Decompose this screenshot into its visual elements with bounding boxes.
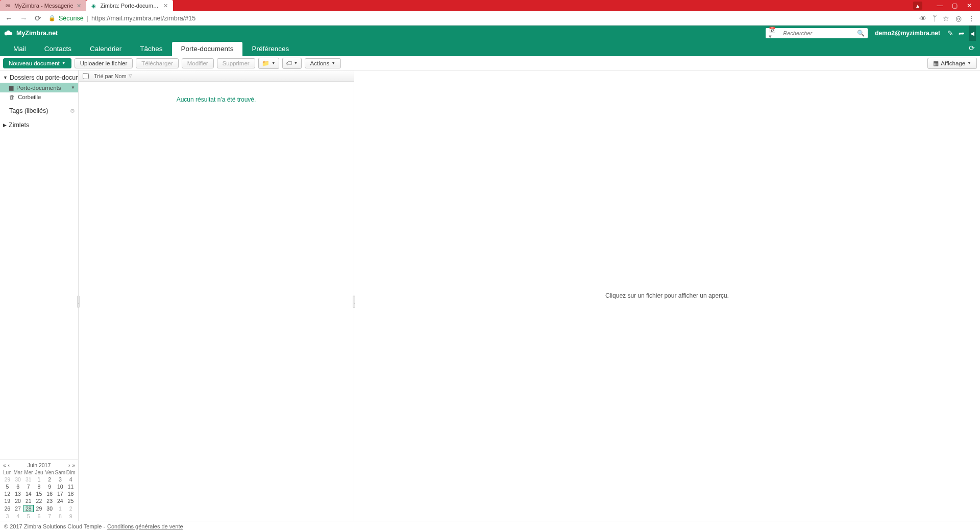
tab-briefcase[interactable]: Porte-documents	[172, 42, 243, 56]
new-document-button[interactable]: Nouveau document▼	[3, 58, 71, 68]
gear-icon[interactable]: ⚙	[70, 108, 75, 114]
cal-day[interactable]: 7	[23, 483, 34, 490]
splitter-handle[interactable]: ⋮	[77, 296, 80, 308]
cal-day[interactable]: 11	[65, 483, 76, 490]
tab-contacts[interactable]: Contacts	[35, 42, 81, 56]
logout-icon[interactable]: ➦	[959, 29, 965, 37]
cal-day[interactable]: 6	[13, 483, 23, 490]
brand-logo[interactable]: MyZimbra.net	[4, 29, 58, 38]
window-minimize-icon[interactable]: —	[937, 2, 943, 9]
zimlets-heading[interactable]: ▶ Zimlets	[0, 120, 78, 130]
tab-mail[interactable]: Mail	[4, 42, 35, 56]
actions-button[interactable]: Actions ▼	[305, 58, 341, 68]
cal-day[interactable]: 16	[44, 490, 55, 497]
tag-button[interactable]: 🏷▼	[282, 58, 302, 69]
nav-forward-icon[interactable]: →	[20, 14, 28, 22]
cal-day[interactable]: 9	[44, 483, 55, 490]
cal-day[interactable]: 6	[34, 513, 44, 520]
folder-trash[interactable]: 🗑 Corbeille	[0, 92, 78, 102]
eye-icon[interactable]: 👁	[919, 14, 926, 22]
cal-day[interactable]: 17	[55, 490, 66, 497]
cal-day[interactable]: 29	[34, 504, 44, 513]
url-field[interactable]: 🔒 Sécurisé | https://mail.myzimbra.net/z…	[48, 15, 912, 22]
tab-close-icon[interactable]: ✕	[77, 3, 81, 9]
window-close-icon[interactable]: ✕	[967, 2, 972, 9]
cal-day[interactable]: 1	[34, 476, 44, 483]
cal-day[interactable]: 28	[23, 504, 34, 513]
cal-day[interactable]: 15	[34, 490, 44, 497]
cal-day[interactable]: 3	[2, 513, 13, 520]
browser-tab[interactable]: ✉ MyZimbra - Messagerie ✕	[0, 0, 86, 11]
edit-button[interactable]: Modifier	[182, 58, 214, 68]
cal-day[interactable]: 4	[65, 476, 76, 483]
cal-day[interactable]: 25	[65, 497, 76, 504]
cal-day[interactable]: 4	[13, 513, 23, 520]
compose-icon[interactable]: ✎	[947, 29, 953, 37]
cal-day[interactable]: 10	[55, 483, 66, 490]
upload-button[interactable]: Uploader le fichier	[75, 58, 133, 68]
move-button[interactable]: 📁▼	[258, 58, 279, 69]
download-button[interactable]: Télécharger	[136, 58, 178, 68]
cal-title[interactable]: Juin 2017	[28, 462, 51, 468]
cal-day[interactable]: 30	[44, 504, 55, 513]
cal-day[interactable]: 21	[23, 497, 34, 504]
cal-day[interactable]: 12	[2, 490, 13, 497]
cal-day[interactable]: 9	[65, 513, 76, 520]
folders-heading[interactable]: ▼ Dossiers du porte-docum	[0, 73, 78, 83]
cal-prev-month-icon[interactable]: ‹	[8, 463, 10, 468]
cal-next-month-icon[interactable]: ›	[68, 463, 70, 468]
menu-icon[interactable]: ⋮	[968, 14, 975, 22]
search-icon[interactable]: 🔍	[857, 30, 865, 37]
cal-day[interactable]: 31	[23, 476, 34, 483]
cal-day[interactable]: 18	[65, 490, 76, 497]
nav-reload-icon[interactable]: ⟳	[35, 14, 41, 23]
cal-day[interactable]: 22	[34, 497, 44, 504]
terms-link[interactable]: Conditions générales de vente	[107, 523, 183, 529]
cal-day[interactable]: 20	[13, 497, 23, 504]
delete-button[interactable]: Supprimer	[217, 58, 255, 68]
cal-day[interactable]: 2	[65, 504, 76, 513]
folder-briefcase[interactable]: ▆ Porte-documents ▼	[0, 83, 78, 92]
tab-close-icon[interactable]: ✕	[163, 3, 168, 9]
tags-heading[interactable]: Tags (libellés) ⚙	[0, 106, 78, 116]
chevron-down-icon[interactable]: ▼	[71, 85, 75, 90]
display-button[interactable]: ▦ Affichage ▼	[927, 58, 977, 69]
cal-day[interactable]: 13	[13, 490, 23, 497]
cal-prev-year-icon[interactable]: «	[3, 463, 6, 468]
cal-day[interactable]: 8	[55, 513, 66, 520]
cal-day[interactable]: 19	[2, 497, 13, 504]
cal-day[interactable]: 23	[44, 497, 55, 504]
search-box[interactable]: 📅 ▾ 🔍	[766, 28, 868, 38]
cal-day[interactable]: 30	[13, 476, 23, 483]
profile-icon[interactable]: ▲	[913, 2, 922, 10]
cal-day[interactable]: 7	[44, 513, 55, 520]
tab-preferences[interactable]: Préférences	[242, 42, 298, 56]
extension-icon[interactable]: ◎	[955, 14, 962, 22]
cal-day[interactable]: 3	[55, 476, 66, 483]
sort-button[interactable]: Trié par Nom ▽	[94, 73, 132, 79]
account-link[interactable]: demo2@myzimbra.net	[875, 30, 940, 37]
cal-day[interactable]: 1	[55, 504, 66, 513]
cal-day[interactable]: 5	[23, 513, 34, 520]
refresh-icon[interactable]: ⟳	[969, 44, 975, 52]
window-maximize-icon[interactable]: ▢	[952, 2, 958, 9]
cal-day[interactable]: 14	[23, 490, 34, 497]
tab-calendar[interactable]: Calendrier	[81, 42, 131, 56]
cal-day[interactable]: 24	[55, 497, 66, 504]
cal-day[interactable]: 27	[13, 504, 23, 513]
cal-day[interactable]: 2	[44, 476, 55, 483]
select-all-checkbox[interactable]	[83, 73, 89, 79]
star-icon[interactable]: ☆	[943, 14, 949, 22]
cal-day[interactable]: 5	[2, 483, 13, 490]
collapse-panel-icon[interactable]: ◀	[969, 26, 976, 41]
cal-day[interactable]: 8	[34, 483, 44, 490]
nav-back-icon[interactable]: ←	[5, 14, 13, 22]
tab-tasks[interactable]: Tâches	[131, 42, 172, 56]
search-scope-icon[interactable]: 📅 ▾	[769, 27, 780, 40]
cal-next-year-icon[interactable]: »	[72, 463, 75, 468]
key-icon[interactable]: ᛉ	[933, 14, 937, 22]
browser-tab-active[interactable]: ◉ Zimbra: Porte-document ✕	[86, 0, 173, 11]
cal-day[interactable]: 26	[2, 504, 13, 513]
search-input[interactable]	[783, 30, 854, 36]
cal-day[interactable]: 29	[2, 476, 13, 483]
